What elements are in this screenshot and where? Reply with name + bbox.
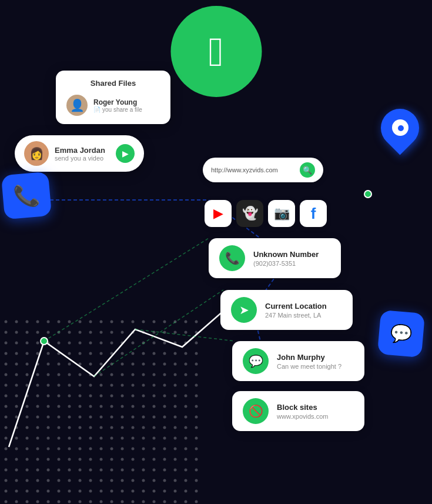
facebook-icon[interactable]: f xyxy=(300,200,327,227)
location-card-icon: ➤ xyxy=(231,297,257,323)
phone-icon: 📞 xyxy=(12,182,41,209)
location-sub: 247 Main street, LA xyxy=(265,312,327,319)
emma-avatar: 👩 xyxy=(24,141,49,166)
roger-info: Roger Young 📄 you share a file xyxy=(93,98,142,113)
block-sites-card: 🚫 Block sites www.xpovids.com xyxy=(232,391,364,431)
url-text: http://www.xyzvids.com xyxy=(211,166,295,173)
location-card: ➤ Current Location 247 Main street, LA xyxy=(220,290,353,330)
roger-name: Roger Young xyxy=(93,98,142,106)
chart-dot-2 xyxy=(364,190,372,198)
apple-logo-circle:  xyxy=(170,6,262,97)
john-murphy-card: 💬 John Murphy Can we meet tonight ? xyxy=(232,341,364,381)
url-bar[interactable]: http://www.xyzvids.com 🔍 xyxy=(203,158,323,182)
pin-dot xyxy=(398,125,404,131)
john-title: John Murphy xyxy=(277,353,341,362)
instagram-icon[interactable]: 📷 xyxy=(268,200,295,227)
emma-info: Emma Jordan send you a video xyxy=(55,146,110,162)
emma-name: Emma Jordan xyxy=(55,146,110,155)
shared-files-title: Shared Files xyxy=(66,79,160,88)
john-info: John Murphy Can we meet tonight ? xyxy=(277,353,341,370)
shared-files-user: 👤 Roger Young 📄 you share a file xyxy=(66,95,160,116)
roger-sub: 📄 you share a file xyxy=(93,106,142,113)
phone-bubble: 📞 xyxy=(1,172,52,220)
chat-bubble-icon: 💬 xyxy=(377,310,425,358)
chat-dots-icon: 💬 xyxy=(390,322,413,345)
play-button[interactable]: ▶ xyxy=(116,144,135,163)
block-info: Block sites www.xpovids.com xyxy=(277,403,328,420)
search-button[interactable]: 🔍 xyxy=(300,162,315,178)
block-card-icon: 🚫 xyxy=(243,398,269,424)
snapchat-icon[interactable]: 👻 xyxy=(236,200,263,227)
apple-icon:  xyxy=(209,31,224,72)
location-pin xyxy=(376,109,420,162)
emma-sub: send you a video xyxy=(55,155,110,162)
youtube-icon[interactable]: ▶ xyxy=(205,200,232,227)
emma-video-card[interactable]: 👩 Emma Jordan send you a video ▶ xyxy=(15,135,144,172)
unknown-number-card: 📞 Unknown Number (902)037-5351 xyxy=(209,238,341,278)
john-sub: Can we meet tonight ? xyxy=(277,363,341,370)
social-icons-row: ▶ 👻 📷 f xyxy=(205,200,327,227)
unknown-number-title: Unknown Number xyxy=(253,250,319,259)
file-icon: 📄 xyxy=(93,106,101,113)
location-title: Current Location xyxy=(265,302,327,311)
phone-card-icon: 📞 xyxy=(219,245,245,271)
roger-avatar: 👤 xyxy=(66,95,88,116)
shared-files-card: Shared Files 👤 Roger Young 📄 you share a… xyxy=(56,71,170,124)
unknown-number-info: Unknown Number (902)037-5351 xyxy=(253,250,319,267)
john-card-icon: 💬 xyxy=(243,348,269,374)
chart-dot-1 xyxy=(40,337,48,345)
block-title: Block sites xyxy=(277,403,328,412)
location-info: Current Location 247 Main street, LA xyxy=(265,302,327,319)
unknown-number-sub: (902)037-5351 xyxy=(253,260,319,267)
block-sub: www.xpovids.com xyxy=(277,413,328,420)
